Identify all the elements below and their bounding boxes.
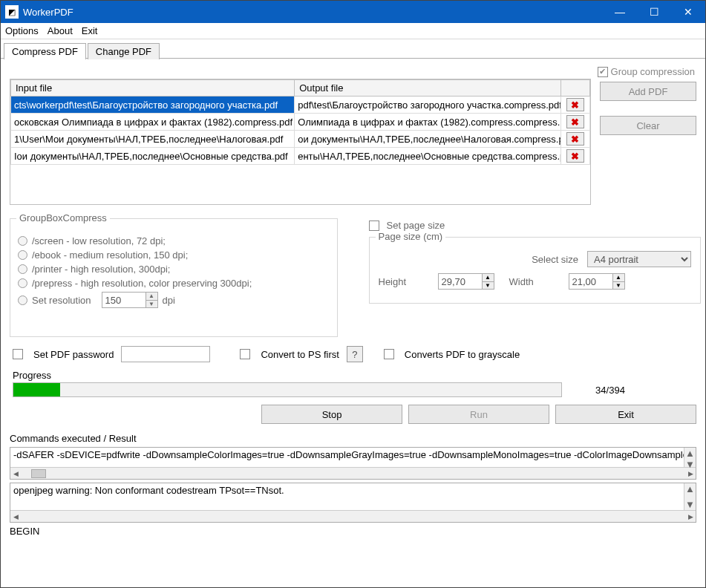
delete-row-button[interactable]: ✖ [566,115,584,128]
page-size-select[interactable]: A4 portrait [587,251,691,267]
app-window: ◩ WorkerPDF — ☐ ✕ Options About Exit Com… [0,0,706,588]
progress-text: 34/394 [577,385,644,396]
width-spinner[interactable]: ▲▼ [569,273,625,290]
menu-options[interactable]: Options [5,25,39,36]
height-input[interactable] [439,274,482,289]
height-label: Height [379,276,423,287]
commands-text: -dSAFER -sDEVICE=pdfwrite -dDownsampleCo… [10,448,696,467]
scrollbar-horizontal-icon[interactable]: ◀▶ [10,510,696,522]
select-size-label: Select size [379,254,579,265]
cell-input: 1\User\Мои документы\НАЛ,ТРЕБ,последнее\… [11,131,295,148]
radio-screen[interactable] [18,236,27,246]
set-password-label: Set PDF password [33,349,114,360]
radio-ebook-label: /ebook - medium resolution, 150 dpi; [32,249,188,261]
compress-legend: GroupBoxCompress [16,212,110,223]
add-pdf-button[interactable]: Add PDF [600,82,696,101]
tab-compress-pdf[interactable]: Compress PDF [4,43,86,59]
tab-content: ✔ Group compression Input file Output fi… [1,59,705,587]
col-output[interactable]: Output file [295,80,561,97]
scrollbar-horizontal-icon[interactable]: ◀▶ [10,467,696,479]
cell-input: Іои документы\НАЛ,ТРЕБ,последнее\Основны… [11,148,295,165]
radio-setres[interactable] [18,295,27,305]
clear-button[interactable]: Clear [600,116,696,135]
delete-row-button[interactable]: ✖ [566,98,584,111]
commands-textbox[interactable]: -dSAFER -sDEVICE=pdfwrite -dDownsampleCo… [10,447,696,480]
progress-label: Progress [5,365,701,382]
maximize-button[interactable]: ☐ [637,1,671,23]
result-text: openjpeg warning: Non conformant codestr… [10,483,696,510]
page-size-legend: Page size (cm) [376,231,446,242]
table-row[interactable]: cts\workerpdf\test\Благоустройство загор… [11,97,590,114]
cell-output: ои документы\НАЛ,ТРЕБ,последнее\Налогова… [295,131,561,148]
grayscale-label: Converts PDF to grayscale [405,349,520,360]
cell-input: осковская Олимпиада в цифрах и фактах (1… [11,114,295,131]
radio-ebook[interactable] [18,250,27,260]
cell-output: Олимпиада в цифрах и фактах (1982).compr… [295,114,561,131]
delete-row-button[interactable]: ✖ [566,132,584,146]
radio-screen-label: /screen - low resolution, 72 dpi; [32,235,166,246]
radio-prepress[interactable] [18,278,27,288]
password-input[interactable] [121,346,210,362]
radio-setres-label: Set resolution [32,295,91,306]
menu-about[interactable]: About [48,25,73,36]
close-button[interactable]: ✕ [671,1,705,23]
cell-input: cts\workerpdf\test\Благоустройство загор… [11,97,295,114]
exit-button[interactable]: Exit [555,405,696,424]
scrollbar-vertical-icon[interactable]: ▲▼ [684,448,696,467]
height-spinner[interactable]: ▲▼ [438,273,494,290]
dpi-spinner[interactable]: ▲▼ [102,292,158,308]
page-size-group: Page size (cm) Select size A4 portrait H… [369,237,702,304]
col-input[interactable]: Input file [11,80,295,97]
status-bar: BEGIN [5,524,701,540]
set-page-size-checkbox[interactable] [369,220,379,231]
table-row[interactable]: Іои документы\НАЛ,ТРЕБ,последнее\Основны… [11,148,590,165]
tab-change-pdf[interactable]: Change PDF [88,43,160,59]
convert-ps-help-button[interactable]: ? [347,346,363,362]
file-table[interactable]: Input file Output file cts\workerpdf\tes… [10,79,591,205]
set-page-size-label: Set page size [387,220,445,231]
app-icon: ◩ [5,5,19,19]
tab-bar: Compress PDF Change PDF [1,39,705,59]
progress-bar [13,382,562,397]
scrollbar-vertical-icon[interactable]: ▲▼ [684,483,696,510]
compress-groupbox: GroupBoxCompress /screen - low resolutio… [10,218,338,337]
convert-ps-label: Convert to PS first [261,349,339,360]
radio-printer-label: /printer - high resolution, 300dpi; [32,264,170,275]
menu-exit[interactable]: Exit [82,25,98,36]
cell-output: pdf\test\Благоустройство загородного уча… [295,97,561,114]
titlebar: ◩ WorkerPDF — ☐ ✕ [1,1,705,23]
result-textbox[interactable]: openjpeg warning: Non conformant codestr… [10,483,696,523]
run-button[interactable]: Run [408,405,549,424]
group-compression-label: Group compression [611,66,695,77]
radio-prepress-label: /prepress - high resolution, color prese… [32,278,252,289]
table-row[interactable]: осковская Олимпиада в цифрах и фактах (1… [11,114,590,131]
table-row[interactable]: 1\User\Мои документы\НАЛ,ТРЕБ,последнее\… [11,131,590,148]
width-label: Width [509,276,554,287]
commands-label: Commands executed / Result [5,430,701,445]
minimize-button[interactable]: — [603,1,637,23]
delete-row-button[interactable]: ✖ [566,149,584,163]
set-password-checkbox[interactable] [13,349,23,359]
group-compression-checkbox[interactable]: ✔ [598,67,608,77]
window-title: WorkerPDF [23,7,603,18]
radio-printer[interactable] [18,264,27,274]
grayscale-checkbox[interactable] [384,349,394,359]
col-delete [560,80,589,97]
cell-output: енты\НАЛ,ТРЕБ,последнее\Основные средств… [295,148,561,165]
menubar: Options About Exit [1,23,705,39]
dpi-input[interactable] [102,293,146,307]
convert-ps-checkbox[interactable] [240,349,250,359]
width-input[interactable] [569,274,612,289]
stop-button[interactable]: Stop [261,405,402,424]
dpi-unit: dpi [163,295,175,306]
